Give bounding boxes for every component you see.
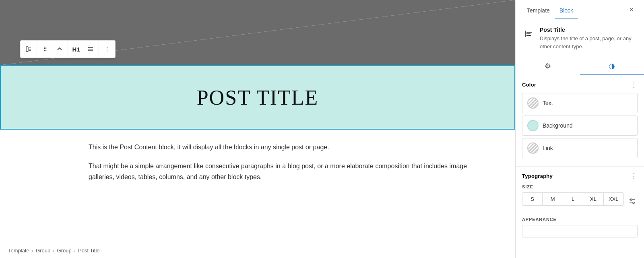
toolbar-heading-group: H1 (68, 41, 99, 58)
toolbar-transform-group (21, 41, 37, 58)
color-more-button[interactable]: ⋮ (630, 81, 638, 88)
appearance-input-row (522, 225, 638, 237)
tab-block[interactable]: Block (555, 2, 578, 19)
breadcrumb: Template › Group › Group › Post Title (0, 243, 515, 258)
typography-controls-button[interactable] (627, 196, 638, 208)
color-link-row[interactable]: Link (522, 138, 638, 158)
size-s-button[interactable]: S (522, 193, 543, 205)
post-title-icon (522, 27, 535, 40)
breadcrumb-item-template[interactable]: Template (8, 248, 29, 254)
background-color-swatch (527, 120, 539, 131)
svg-rect-7 (525, 31, 526, 37)
settings-tab[interactable]: ⚙ (516, 58, 580, 75)
svg-point-12 (630, 199, 632, 200)
post-title-text: POST TITLE (197, 86, 319, 109)
content-para2-text: That might be a simple arrangement like … (89, 163, 467, 180)
text-color-swatch (527, 97, 539, 109)
toolbar-drag-group: ⠿ (37, 41, 68, 58)
block-toolbar: ⠿ H1 ⋮ (20, 40, 116, 58)
block-description: Displays the title of a post, page, or a… (540, 35, 638, 50)
block-info-text: Post Title Displays the title of a post,… (540, 27, 638, 50)
link-color-label: Link (543, 145, 553, 151)
appearance-select[interactable] (522, 225, 638, 237)
tab-template[interactable]: Template (522, 2, 555, 19)
typography-more-button[interactable]: ⋮ (630, 172, 638, 180)
align-button[interactable] (83, 41, 98, 58)
size-label: SIZE (522, 184, 638, 189)
block-info: Post Title Displays the title of a post,… (516, 20, 644, 57)
breadcrumb-item-post-title[interactable]: Post Title (78, 248, 99, 254)
content-para1-text: This is the Post Content block, it will … (89, 144, 329, 151)
typography-section: Typography ⋮ SIZE S M L XL XXL APPEARA (516, 167, 644, 243)
post-title-block[interactable]: POST TITLE (0, 65, 515, 130)
transform-button[interactable] (21, 41, 36, 58)
text-color-label: Text (543, 100, 553, 106)
size-buttons: S M L XL XXL (522, 192, 624, 206)
editor-top-gray: ⠿ H1 ⋮ (0, 0, 515, 65)
color-section-header: Color ⋮ (522, 81, 638, 88)
toolbar-more-group: ⋮ (99, 41, 115, 58)
content-paragraph-2: That might be a simple arrangement like … (89, 161, 491, 182)
block-title: Post Title (540, 27, 638, 33)
drag-button[interactable]: ⠿ (38, 41, 52, 58)
svg-point-14 (633, 202, 634, 204)
gear-icon: ⚙ (545, 62, 551, 70)
color-text-row[interactable]: Text (522, 93, 638, 113)
breadcrumb-sep-1: › (32, 248, 33, 254)
typography-section-title: Typography (522, 173, 553, 179)
content-area: This is the Post Content block, it will … (0, 130, 515, 258)
breadcrumb-item-group2[interactable]: Group (57, 248, 72, 254)
typography-section-header: Typography ⋮ (522, 172, 638, 180)
size-l-button[interactable]: L (563, 193, 583, 205)
styles-icon: ◑ (609, 62, 615, 70)
size-xl-button[interactable]: XL (583, 193, 603, 205)
appearance-label: APPEARANCE (522, 217, 638, 222)
heading-selector-button[interactable]: H1 (69, 41, 83, 58)
color-background-row[interactable]: Background (522, 116, 638, 136)
editor-area: ⠿ H1 ⋮ (0, 0, 515, 258)
size-m-button[interactable]: M (543, 193, 563, 205)
breadcrumb-sep-2: › (53, 248, 54, 254)
sidebar: Template Block × Post Title Displays the… (515, 0, 644, 258)
sidebar-header: Template Block × (516, 0, 644, 20)
styles-tab[interactable]: ◑ (580, 58, 644, 75)
breadcrumb-sep-3: › (74, 248, 76, 254)
close-button[interactable]: × (625, 4, 638, 16)
background-color-label: Background (543, 122, 573, 129)
size-xxl-button[interactable]: XXL (604, 193, 623, 205)
content-paragraph-1: This is the Post Content block, it will … (89, 142, 491, 153)
breadcrumb-item-group1[interactable]: Group (36, 248, 50, 254)
move-up-button[interactable] (52, 41, 67, 58)
svg-rect-0 (26, 47, 28, 52)
more-options-button[interactable]: ⋮ (100, 41, 114, 58)
color-section: Color ⋮ Text Background Link (516, 75, 644, 167)
color-section-title: Color (522, 82, 536, 88)
sidebar-icon-tabs: ⚙ ◑ (516, 57, 644, 75)
link-color-swatch (527, 142, 539, 154)
